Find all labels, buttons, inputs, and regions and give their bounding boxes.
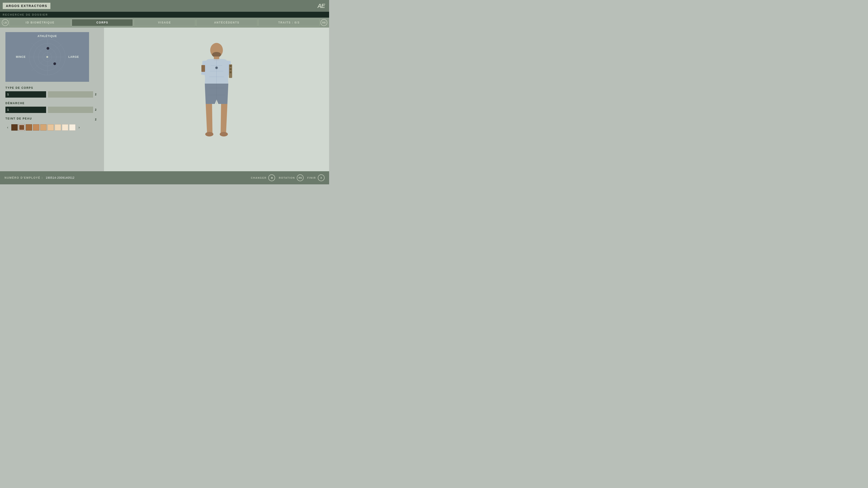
finir-label: FINIR bbox=[307, 176, 316, 179]
skin-next-button[interactable]: › bbox=[77, 124, 81, 131]
skin-swatch-9[interactable] bbox=[69, 124, 75, 131]
skin-swatch-3[interactable] bbox=[26, 124, 32, 131]
tab-biometrique[interactable]: ID BIOMÉTRIQUE bbox=[9, 19, 71, 26]
slider-empty-corps bbox=[48, 91, 93, 98]
finir-button[interactable]: X bbox=[318, 174, 324, 181]
logo-ae: AE bbox=[316, 2, 326, 10]
type-de-corps-slider[interactable]: 1 2 bbox=[5, 91, 98, 98]
app-title: ARGOS EXTRACTORS bbox=[3, 3, 51, 9]
skin-swatch-6[interactable] bbox=[48, 124, 54, 131]
nav-bar: LB ID BIOMÉTRIQUE CORPS VISAGE ANTÉCÉDEN… bbox=[0, 18, 329, 28]
svg-rect-32 bbox=[230, 68, 231, 70]
rotation-action: ROTATION RS bbox=[279, 174, 304, 181]
svg-rect-31 bbox=[230, 65, 231, 67]
skin-prev-button[interactable]: ‹ bbox=[5, 124, 10, 131]
sub-bar-title: RECHERCHE DE DOSSIER bbox=[3, 13, 48, 16]
changer-label: CHANGER bbox=[251, 176, 267, 179]
character-figure bbox=[194, 38, 239, 160]
top-bar: ARGOS EXTRACTORS AE bbox=[0, 0, 329, 12]
svg-text:LARGE: LARGE bbox=[68, 55, 79, 59]
svg-point-35 bbox=[216, 67, 217, 68]
type-de-corps-label: TYPE DE CORPS bbox=[5, 86, 98, 90]
slider-empty-demarche bbox=[48, 107, 93, 113]
changer-button[interactable]: ⊕ bbox=[268, 174, 275, 181]
bottom-bar: NUMÉRO D'EMPLOYÉ : 190514-2009140512 CHA… bbox=[0, 171, 329, 184]
slider-max-corps: 2 bbox=[95, 93, 98, 96]
rotation-label: ROTATION bbox=[279, 176, 295, 179]
skin-swatch-5[interactable] bbox=[40, 124, 46, 131]
tab-traits[interactable]: TRAITS : 0/3 bbox=[258, 19, 320, 26]
right-panel bbox=[104, 28, 329, 171]
teint-de-peau-value: 2 bbox=[95, 118, 98, 121]
controls-section: TYPE DE CORPS 1 2 DÉMARCHE 1 2 TEINT DE … bbox=[5, 86, 98, 131]
bottom-actions: CHANGER ⊕ ROTATION RS FINIR X bbox=[251, 174, 324, 181]
employee-number: 190514-2009140512 bbox=[46, 176, 74, 180]
left-panel: ATHLÉTIQUE MINCE LARGE TYPE DE CORPS 1 2… bbox=[0, 28, 104, 171]
demarche-label: DÉMARCHE bbox=[5, 102, 98, 105]
slider-filled-demarche: 1 bbox=[5, 107, 46, 113]
svg-text:MINCE: MINCE bbox=[16, 55, 26, 59]
slider-filled-corps: 1 bbox=[5, 91, 46, 98]
skin-swatch-4[interactable] bbox=[33, 124, 39, 131]
skin-swatch-1[interactable] bbox=[11, 124, 18, 131]
main-content: ATHLÉTIQUE MINCE LARGE TYPE DE CORPS 1 2… bbox=[0, 28, 329, 171]
slider-max-demarche: 2 bbox=[95, 108, 98, 111]
skin-selector[interactable]: ‹ › bbox=[5, 124, 98, 131]
employee-label: NUMÉRO D'EMPLOYÉ : bbox=[4, 176, 43, 180]
svg-point-29 bbox=[220, 132, 228, 136]
rotation-button[interactable]: RS bbox=[297, 174, 304, 181]
nav-rb-button[interactable]: RB bbox=[320, 19, 327, 26]
svg-point-12 bbox=[46, 47, 49, 50]
skin-swatch-7[interactable] bbox=[55, 124, 61, 131]
radar-chart[interactable]: ATHLÉTIQUE MINCE LARGE bbox=[5, 32, 89, 82]
skin-swatches bbox=[11, 124, 75, 131]
svg-point-11 bbox=[46, 56, 48, 58]
tab-corps[interactable]: CORPS bbox=[72, 19, 133, 26]
teint-de-peau-header: TEINT DE PEAU 2 bbox=[5, 117, 98, 122]
svg-rect-24 bbox=[202, 65, 205, 72]
nav-lb-button[interactable]: LB bbox=[2, 19, 8, 26]
svg-text:ATHLÉTIQUE: ATHLÉTIQUE bbox=[37, 34, 57, 38]
svg-point-28 bbox=[205, 132, 213, 136]
svg-point-13 bbox=[53, 62, 56, 65]
demarche-slider[interactable]: 1 2 bbox=[5, 107, 98, 113]
skin-swatch-2[interactable] bbox=[19, 124, 25, 131]
sub-bar: RECHERCHE DE DOSSIER bbox=[0, 12, 329, 18]
changer-action: CHANGER ⊕ bbox=[251, 174, 275, 181]
teint-de-peau-label: TEINT DE PEAU bbox=[5, 117, 32, 120]
finir-action: FINIR X bbox=[307, 174, 324, 181]
skin-swatch-8[interactable] bbox=[62, 124, 68, 131]
tab-antecedents[interactable]: ANTÉCÉDENTS bbox=[196, 19, 257, 26]
svg-rect-33 bbox=[230, 71, 231, 73]
tab-visage[interactable]: VISAGE bbox=[134, 19, 195, 26]
